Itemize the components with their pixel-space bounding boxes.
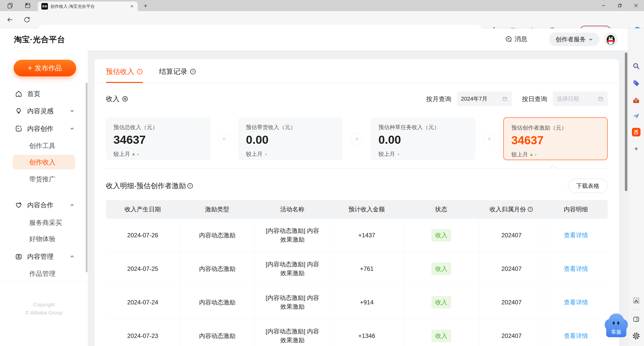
row-date: 2024-07-23	[106, 319, 180, 346]
close-tab-icon[interactable]: ✕	[129, 3, 135, 10]
table-row: 2024-07-25 内容动态激励 [内容动态激励] 内容效果激励 +761 收…	[106, 252, 608, 286]
stat-card-creator-incentive[interactable]: 预估创作者激励（元） 34637 较上月▲-	[503, 117, 608, 160]
minimize-icon[interactable]	[596, 0, 612, 11]
page-scrollbar-thumb[interactable]	[625, 52, 627, 191]
kuaishou-icon[interactable]	[632, 128, 641, 137]
sidebar-panel-icon[interactable]	[632, 315, 641, 324]
stat-compare: 较上月-	[378, 150, 468, 158]
tab-bar: 预估收入 ? 结算记录 ?	[95, 59, 619, 83]
row-amount: +1437	[330, 219, 403, 252]
settings-gear-icon[interactable]	[632, 331, 641, 340]
tab-label: 结算记录	[159, 67, 187, 76]
sidebar-item-content-management[interactable]: 内容管理	[0, 248, 88, 265]
row-type: 内容动态激励	[180, 219, 255, 252]
stat-card-total-income[interactable]: 预估总收入（元） 34637 较上月▲-	[106, 117, 210, 160]
sidebar-item-label: 服务商采买	[29, 218, 62, 227]
sidebar-item-creation[interactable]: 内容创作	[0, 120, 88, 137]
tab-actions-icon[interactable]	[23, 1, 32, 10]
income-panel: 预估收入 ? 结算记录 ? 收入 按月查询 2024年7月 按日查询 选择日期	[95, 59, 619, 346]
stat-title: 预估带货收入（元）	[246, 124, 335, 131]
restore-icon[interactable]	[612, 0, 628, 11]
col-header-amount: 预计收入金额	[330, 205, 403, 213]
sidebar-item-inspiration[interactable]: 内容灵感	[0, 102, 88, 120]
copyright-text: Copyright © Alibaba Group	[0, 301, 88, 317]
col-header-content-detail: 内容明细	[544, 205, 608, 213]
sidebar-item-label: 首页	[27, 90, 40, 98]
site-logo[interactable]: 淘宝·光合平台	[14, 34, 65, 45]
month-query-label: 按月查询	[426, 95, 451, 103]
row-month: 202407	[479, 319, 544, 346]
cards-table-divider	[106, 168, 608, 169]
sidebar-item-label: 带货推广	[29, 175, 55, 184]
sidebar-scrollbar[interactable]	[86, 83, 87, 272]
view-details-link[interactable]: 查看详情	[564, 332, 588, 340]
screenshot-icon[interactable]	[632, 296, 641, 305]
row-date: 2024-07-24	[106, 286, 180, 319]
back-icon[interactable]	[5, 15, 15, 24]
row-activity: [内容动态激励] 内容效果激励	[255, 252, 330, 285]
stat-title: 预估总收入（元）	[113, 124, 203, 131]
row-action: 查看详情	[544, 286, 608, 319]
row-activity: [内容动态激励] 内容效果激励	[255, 219, 330, 252]
row-status: 收入	[403, 252, 479, 285]
close-window-icon[interactable]	[628, 0, 644, 11]
sidebar-item-creation-income[interactable]: 创作收入	[13, 155, 75, 169]
edit-doc-icon	[15, 125, 23, 133]
add-to-sidebar-icon[interactable]: +	[632, 144, 641, 153]
browser-tab[interactable]: 光合 创作收入-淘宝光合平台 ✕	[38, 2, 138, 11]
operator-plus: +	[351, 133, 363, 145]
heart-hands-icon	[15, 201, 23, 209]
month-query-input[interactable]: 2024年7月	[457, 92, 512, 106]
search-icon[interactable]	[632, 62, 641, 71]
publish-work-button[interactable]: + 发布作品	[14, 60, 76, 76]
browser-titlebar: 光合 创作收入-淘宝光合平台 ✕ +	[0, 0, 644, 11]
row-activity: [内容动态激励] 内容效果激励	[255, 319, 330, 346]
new-tab-icon[interactable]: +	[141, 2, 150, 10]
stat-card-sales-income[interactable]: 预估带货收入（元） 0.00 较上月-	[238, 117, 343, 160]
stat-title: 预估创作者激励（元）	[511, 124, 600, 132]
view-details-link[interactable]: 查看详情	[564, 265, 588, 273]
day-query-input[interactable]: 选择日期	[553, 92, 608, 106]
messages-button[interactable]: 消息	[505, 35, 527, 43]
sidebar-item-promotion[interactable]: 带货推广	[0, 170, 88, 188]
eye-toggle-icon[interactable]	[122, 95, 129, 102]
sidebar-item-cooperation[interactable]: 内容合作	[0, 196, 88, 214]
workspaces-icon[interactable]	[6, 1, 15, 10]
trend-up-icon: ▲	[529, 152, 534, 157]
status-badge: 收入	[431, 296, 451, 309]
svg-text:?: ?	[192, 70, 194, 74]
chevron-down-icon	[588, 37, 593, 42]
sidebar-item-works-management[interactable]: 作品管理	[0, 265, 88, 282]
shopping-tag-icon[interactable]	[632, 79, 641, 88]
chevron-up-icon	[70, 126, 75, 131]
chevron-up-icon	[70, 203, 75, 208]
svg-text:?: ?	[139, 70, 141, 74]
tab-settlement-records[interactable]: 结算记录 ?	[159, 67, 196, 83]
sidebar-item-label: 内容创作	[27, 124, 53, 133]
sidebar-item-service-purchase[interactable]: 服务商采买	[0, 214, 88, 231]
creator-services-menu[interactable]: 创作者服务	[549, 33, 600, 46]
row-date: 2024-07-26	[106, 219, 180, 252]
view-details-link[interactable]: 查看详情	[564, 231, 588, 239]
row-date: 2024-07-25	[106, 252, 180, 285]
qq-avatar[interactable]	[604, 32, 618, 46]
view-details-link[interactable]: 查看详情	[564, 298, 588, 306]
toolbox-icon[interactable]	[632, 96, 641, 105]
paper-plane-icon[interactable]	[632, 111, 641, 121]
stat-value: 0.00	[246, 133, 335, 147]
refresh-icon[interactable]	[22, 15, 32, 24]
tab-favicon: 光合	[41, 3, 48, 10]
tab-estimated-income[interactable]: 预估收入 ?	[106, 67, 143, 83]
edge-sidebar-rail: +	[628, 28, 644, 346]
stat-value: 34637	[511, 133, 600, 147]
home-icon	[15, 90, 23, 98]
sidebar-item-home[interactable]: 首页	[0, 85, 88, 102]
download-table-button[interactable]: 下载表格	[568, 179, 608, 193]
sidebar-item-product-trial[interactable]: 好物体验	[0, 230, 88, 247]
row-month: 202407	[479, 252, 544, 285]
col-header-month: 收入归属月份 ?	[479, 205, 544, 213]
row-activity: [内容动态激励] 内容效果激励	[255, 286, 330, 319]
row-amount: +761	[330, 252, 403, 285]
stat-card-seeding-task-income[interactable]: 预估种草任务收入（元） 0.00 较上月-	[371, 117, 475, 160]
sidebar-item-creation-tools[interactable]: 创作工具	[0, 137, 88, 154]
